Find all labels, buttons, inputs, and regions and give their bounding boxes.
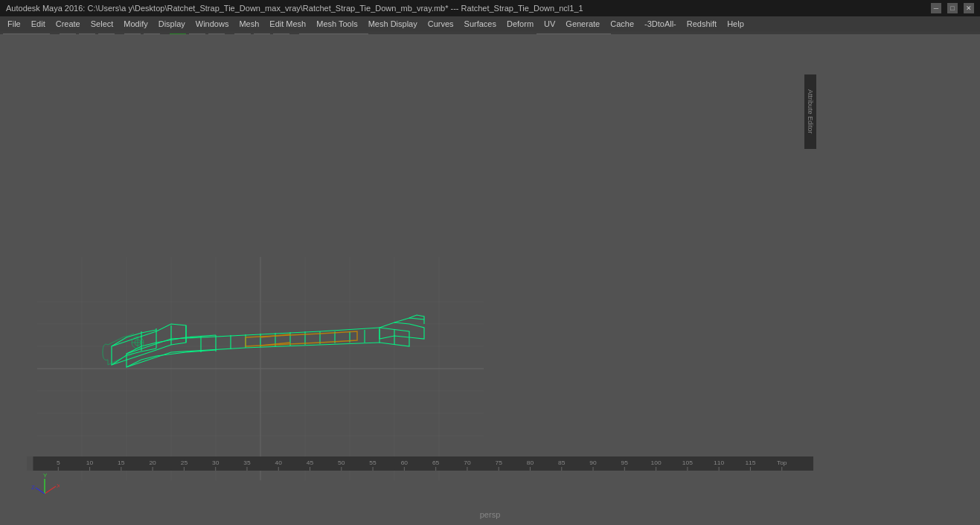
maximize-button[interactable]: □ [947,3,958,13]
svg-text:X: X [57,483,60,489]
attribute-editor-tab[interactable]: Attribute Editor [804,74,816,149]
3d-viewport[interactable]: X Y Z persp [0,34,980,525]
menu-deform[interactable]: Deform [502,16,538,31]
svg-text:70: 70 [464,459,471,466]
svg-text:5: 5 [57,459,60,466]
menu-redshift[interactable]: Redshift [682,16,721,31]
menu-file[interactable]: File [3,16,25,31]
menu-bar: File Edit Create Select Modify Display W… [0,16,980,31]
menu-curves[interactable]: Curves [423,16,458,31]
timeline-ticks[interactable]: 5 10 15 20 25 30 35 40 45 50 5 [27,456,813,471]
menu-3dtoall[interactable]: -3DtoAll- [640,16,681,31]
svg-line-41 [36,488,45,494]
svg-text:105: 105 [682,459,694,466]
menu-generate[interactable]: Generate [561,16,604,31]
svg-rect-93 [27,456,33,471]
menu-mesh[interactable]: Mesh [234,16,263,31]
menu-help[interactable]: Help [723,16,749,31]
svg-text:45: 45 [307,459,314,466]
svg-text:20: 20 [149,459,156,466]
camera-label: persp [480,510,501,519]
menu-windows[interactable]: Windows [191,16,234,31]
svg-text:85: 85 [558,459,566,466]
viewport-grid [37,257,484,480]
menu-create[interactable]: Create [51,16,85,31]
menu-edit[interactable]: Edit [27,16,50,31]
minimize-button[interactable]: ─ [931,3,941,13]
svg-text:95: 95 [621,459,629,466]
svg-text:Y: Y [43,472,48,479]
title-bar: Autodesk Maya 2016: C:\Users\a y\Desktop… [0,0,980,16]
close-button[interactable]: ✕ [964,3,974,13]
menu-display[interactable]: Display [154,16,190,31]
menu-modify[interactable]: Modify [119,16,152,31]
svg-text:75: 75 [495,459,502,466]
window-controls: ─ □ ✕ [931,3,974,13]
svg-text:25: 25 [181,459,188,466]
menu-select[interactable]: Select [86,16,118,31]
menu-cache[interactable]: Cache [606,16,638,31]
title-text: Autodesk Maya 2016: C:\Users\a y\Desktop… [6,4,931,13]
menu-surfaces[interactable]: Surfaces [460,16,501,31]
svg-text:10: 10 [86,459,94,466]
svg-text:50: 50 [338,459,345,466]
svg-text:55: 55 [369,459,377,466]
svg-text:35: 35 [243,459,251,466]
svg-text:100: 100 [651,459,662,466]
svg-text:90: 90 [589,459,597,466]
main-area: ▶ ✛ ↻ ⤡ ◉ ⊕ · — □ ⊞ ⊡ ◌ 🎬 ✎ ✿ View Shadi… [0,94,980,456]
svg-text:30: 30 [212,459,220,466]
svg-text:80: 80 [527,459,534,466]
svg-text:40: 40 [275,459,283,466]
svg-text:15: 15 [118,459,125,466]
svg-text:Z: Z [31,484,35,491]
svg-text:60: 60 [401,459,409,466]
svg-text:115: 115 [745,459,756,466]
menu-mesh-display[interactable]: Mesh Display [364,16,422,31]
viewport-container: View Shading Lighting Show Renderer Pane… [24,94,816,456]
menu-uv[interactable]: UV [539,16,560,31]
axis-indicator: X Y Z [30,471,60,503]
svg-text:Top: Top [777,459,787,466]
svg-text:110: 110 [714,459,725,466]
menu-edit-mesh[interactable]: Edit Mesh [265,16,310,31]
svg-line-39 [45,486,56,494]
menu-mesh-tools[interactable]: Mesh Tools [312,16,362,31]
svg-text:65: 65 [432,459,440,466]
